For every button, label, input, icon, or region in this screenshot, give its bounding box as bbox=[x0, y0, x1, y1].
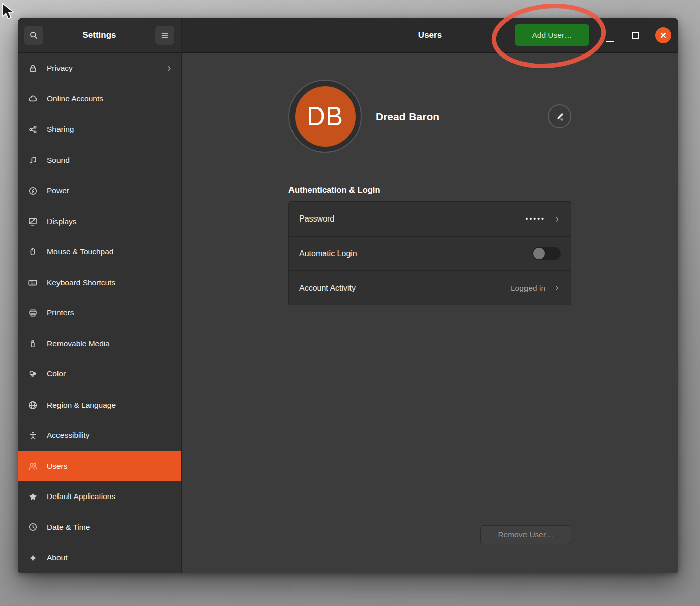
row-value: Logged in bbox=[511, 284, 545, 293]
sidebar-item-label: Keyboard Shortcuts bbox=[47, 278, 115, 287]
music-note-icon bbox=[27, 154, 39, 167]
sidebar-item-label: Color bbox=[47, 369, 66, 378]
cloud-icon bbox=[27, 93, 39, 105]
sidebar-item-label: Privacy bbox=[47, 64, 73, 73]
page-title: Users bbox=[418, 30, 442, 40]
chevron-right-icon bbox=[165, 65, 173, 72]
sidebar-item-label: Default Applications bbox=[47, 492, 115, 501]
sidebar-item-privacy[interactable]: Privacy bbox=[18, 53, 181, 84]
sidebar-item-label: Region & Language bbox=[47, 401, 116, 410]
search-icon bbox=[29, 31, 38, 40]
sidebar-item-label: Sharing bbox=[47, 125, 74, 134]
main-menu-button[interactable] bbox=[155, 26, 174, 45]
user-full-name: Dread Baron bbox=[376, 111, 439, 123]
sidebar-item-removable-media[interactable]: Removable Media bbox=[18, 328, 181, 359]
authentication-card: Password•••••Automatic LoginAccount Acti… bbox=[288, 201, 571, 305]
sidebar-item-region-language[interactable]: Region & Language bbox=[18, 390, 181, 421]
users-page-content: DB Dread Baron Authentica bbox=[182, 53, 678, 573]
users-icon bbox=[27, 460, 39, 472]
sidebar-item-keyboard-shortcuts[interactable]: Keyboard Shortcuts bbox=[18, 267, 181, 298]
row-label: Automatic Login bbox=[299, 249, 357, 258]
row-value: ••••• bbox=[525, 215, 545, 223]
mouse-icon bbox=[27, 246, 39, 258]
star-icon bbox=[27, 490, 39, 503]
sidebar-item-label: Online Accounts bbox=[47, 94, 103, 103]
lock-icon bbox=[27, 62, 39, 74]
sidebar: Settings PrivacyOnline AccountsSharingSo… bbox=[18, 18, 182, 573]
row-automatic-login[interactable]: Automatic Login bbox=[289, 236, 571, 270]
edit-user-button[interactable] bbox=[548, 104, 571, 128]
sidebar-item-color[interactable]: Color bbox=[18, 359, 181, 390]
share-icon bbox=[27, 123, 39, 135]
sidebar-item-label: Mouse & Touchpad bbox=[47, 247, 113, 256]
sidebar-list: PrivacyOnline AccountsSharingSoundPowerD… bbox=[18, 53, 181, 573]
maximize-icon[interactable] bbox=[632, 32, 639, 39]
sidebar-item-label: Sound bbox=[47, 156, 70, 165]
accessibility-icon bbox=[27, 429, 39, 442]
sidebar-item-displays[interactable]: Displays bbox=[18, 206, 181, 237]
printer-icon bbox=[27, 307, 39, 319]
keyboard-icon bbox=[27, 277, 39, 289]
sidebar-item-sound[interactable]: Sound bbox=[18, 145, 181, 176]
pencil-icon bbox=[554, 111, 565, 122]
row-label: Password bbox=[299, 214, 334, 224]
row-value-area bbox=[532, 247, 561, 260]
avatar-initials: DB bbox=[295, 86, 356, 147]
sidebar-item-about[interactable]: About bbox=[18, 542, 181, 573]
sidebar-item-label: Removable Media bbox=[47, 339, 110, 348]
chevron-right-icon bbox=[553, 284, 561, 292]
close-icon[interactable] bbox=[655, 27, 671, 43]
row-value-area: Logged in bbox=[511, 284, 561, 293]
sidebar-item-label: Displays bbox=[47, 217, 77, 226]
sidebar-item-default-applications[interactable]: Default Applications bbox=[18, 481, 181, 512]
hamburger-menu-icon bbox=[160, 31, 169, 40]
section-title: Authentication & Login bbox=[288, 185, 571, 195]
sidebar-item-power[interactable]: Power bbox=[18, 176, 181, 206]
search-button[interactable] bbox=[24, 26, 43, 45]
sidebar-item-date-time[interactable]: Date & Time bbox=[18, 512, 181, 543]
sidebar-item-label: About bbox=[47, 553, 68, 562]
sidebar-item-printers[interactable]: Printers bbox=[18, 298, 181, 328]
clock-icon bbox=[27, 521, 39, 533]
avatar: DB bbox=[288, 80, 362, 153]
row-password[interactable]: Password••••• bbox=[289, 202, 571, 236]
display-icon bbox=[27, 215, 39, 228]
settings-window: Settings PrivacyOnline AccountsSharingSo… bbox=[18, 18, 678, 573]
minimize-icon[interactable] bbox=[606, 41, 614, 42]
main-panel: Users Add User… DB Dread Baron bbox=[182, 18, 678, 573]
row-account-activity[interactable]: Account ActivityLogged in bbox=[289, 270, 571, 305]
sparkle-icon bbox=[27, 552, 39, 564]
remove-user-button[interactable]: Remove User… bbox=[480, 525, 571, 544]
sidebar-item-users[interactable]: Users bbox=[18, 451, 181, 482]
color-icon bbox=[27, 368, 39, 380]
sidebar-item-label: Accessibility bbox=[47, 431, 89, 440]
row-value-area: ••••• bbox=[525, 215, 561, 223]
automatic-login-toggle[interactable] bbox=[532, 247, 561, 260]
desktop-background: Settings PrivacyOnline AccountsSharingSo… bbox=[0, 0, 700, 606]
sidebar-item-label: Printers bbox=[47, 308, 74, 317]
titlebar: Users Add User… bbox=[182, 18, 678, 53]
sidebar-item-accessibility[interactable]: Accessibility bbox=[18, 420, 181, 451]
usb-drive-icon bbox=[27, 338, 39, 350]
globe-icon bbox=[27, 399, 39, 411]
sidebar-header: Settings bbox=[18, 18, 181, 53]
toggle-knob bbox=[533, 248, 545, 259]
power-icon bbox=[27, 185, 39, 197]
sidebar-item-online-accounts[interactable]: Online Accounts bbox=[18, 84, 181, 115]
sidebar-item-label: Power bbox=[47, 186, 69, 195]
sidebar-title: Settings bbox=[82, 30, 116, 40]
sidebar-item-label: Date & Time bbox=[47, 523, 90, 532]
user-header: DB Dread Baron bbox=[288, 80, 571, 153]
sidebar-item-mouse-touchpad[interactable]: Mouse & Touchpad bbox=[18, 237, 181, 267]
add-user-button[interactable]: Add User… bbox=[515, 24, 589, 46]
row-label: Account Activity bbox=[299, 284, 356, 293]
sidebar-item-sharing[interactable]: Sharing bbox=[18, 114, 181, 145]
sidebar-item-label: Users bbox=[47, 462, 67, 471]
chevron-right-icon bbox=[553, 215, 561, 223]
